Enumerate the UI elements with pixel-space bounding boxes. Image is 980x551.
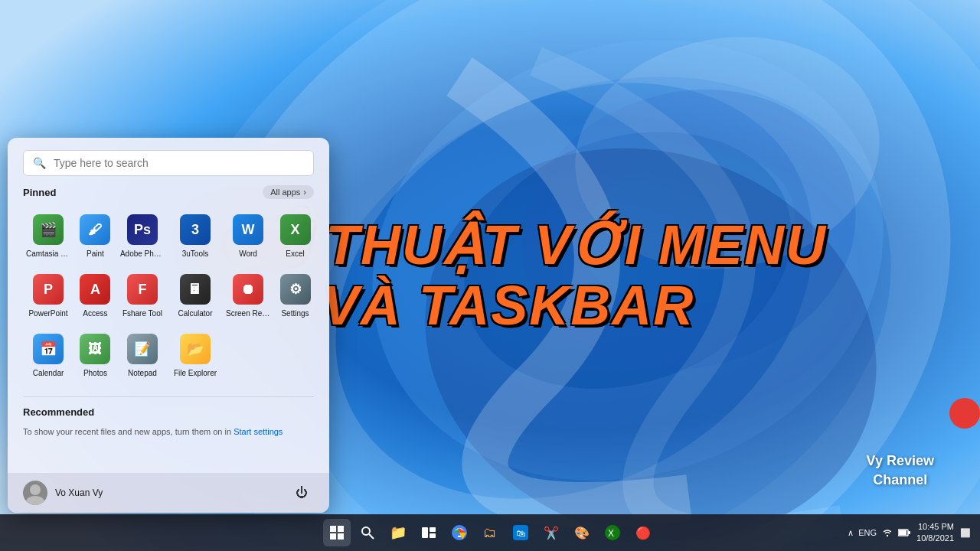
recommended-section-header: Recommended — [23, 406, 314, 418]
wifi-icon — [881, 528, 893, 537]
app-item-calendar[interactable]: 📅Calendar — [23, 328, 74, 384]
taskbar-file-explorer-button[interactable]: 📁 — [384, 519, 412, 546]
notification-button[interactable]: ⬜ — [960, 528, 971, 538]
search-bar[interactable]: 🔍 — [23, 150, 314, 176]
search-icon: 🔍 — [33, 157, 46, 169]
pinned-section-header: Pinned All apps › — [23, 185, 314, 199]
app-icon-screenrecorder: ⏺ — [233, 274, 263, 305]
system-clock[interactable]: 10:45 PM 10/8/2021 — [916, 521, 954, 545]
app-name-word: Word — [239, 249, 257, 259]
power-button[interactable]: ⏻ — [289, 481, 314, 505]
svg-rect-15 — [422, 527, 428, 538]
app-item-notepad[interactable]: 📝Notepad — [117, 328, 168, 384]
user-avatar — [23, 481, 47, 505]
svg-point-7 — [30, 484, 41, 495]
app-name-settings: Settings — [281, 309, 309, 318]
app-item-3utools[interactable]: 33uTools — [171, 208, 220, 265]
app-item-excel[interactable]: XExcel — [276, 208, 314, 265]
recommended-label: Recommended — [23, 406, 94, 418]
pinned-apps-grid: 🎬Camtasia 2019🖌PaintPsAdobe Photoshop CS… — [23, 208, 314, 384]
clock-date: 10/8/2021 — [916, 533, 954, 544]
svg-line-14 — [369, 534, 374, 539]
app-name-photos: Photos — [83, 369, 107, 378]
taskbar-snap-layout-button[interactable] — [415, 519, 443, 546]
chevron-right-icon: › — [303, 187, 306, 197]
app-icon-powerpoint: P — [33, 274, 64, 305]
all-apps-button[interactable]: All apps › — [263, 185, 314, 199]
recommended-desc-text: To show your recent files and new apps, … — [23, 427, 231, 436]
app-name-3utools: 3uTools — [182, 249, 208, 259]
taskbar-store-button[interactable]: 🛍 — [507, 519, 534, 546]
app-item-photoshop[interactable]: PsAdobe Photoshop CS6... — [117, 208, 168, 265]
power-icon: ⏻ — [296, 486, 308, 500]
app-item-fshare[interactable]: FFshare Tool — [117, 268, 168, 324]
taskbar-chrome-button[interactable] — [446, 519, 473, 546]
app-name-screenrecorder: Screen Recorder — [226, 309, 270, 318]
svg-text:X: X — [608, 528, 614, 539]
show-hidden-icons[interactable]: ∧ — [848, 528, 854, 538]
app-icon-photoshop: Ps — [127, 214, 158, 245]
app-icon-fileexplorer: 📂 — [180, 334, 211, 364]
app-icon-camtasia: 🎬 — [33, 214, 64, 245]
taskbar-xbox-button[interactable]: X — [599, 519, 626, 546]
taskbar-snip-button[interactable]: ✂️ — [537, 519, 565, 546]
search-input[interactable] — [54, 157, 304, 169]
recommended-description: To show your recent files and new apps, … — [23, 427, 314, 436]
svg-rect-16 — [430, 527, 436, 532]
app-item-fileexplorer[interactable]: 📂File Explorer — [171, 328, 220, 384]
app-item-screenrecorder[interactable]: ⏺Screen Recorder — [223, 268, 273, 324]
user-name: Vo Xuan Vy — [55, 487, 103, 498]
app-item-camtasia[interactable]: 🎬Camtasia 2019 — [23, 208, 74, 265]
user-profile[interactable]: Vo Xuan Vy — [23, 481, 103, 505]
recommended-section: Recommended To show your recent files an… — [8, 406, 329, 436]
app-icon-settings: ⚙ — [280, 274, 311, 305]
svg-point-13 — [362, 527, 370, 535]
app-name-calculator: Calculator — [178, 309, 212, 318]
svg-rect-17 — [430, 533, 436, 538]
start-menu: 🔍 Pinned All apps › 🎬Camtasia 2019🖌Paint… — [8, 138, 329, 513]
app-icon-notepad: 📝 — [127, 334, 158, 364]
taskbar-files-button[interactable]: 🗂 — [476, 519, 504, 546]
app-item-photos[interactable]: 🖼Photos — [77, 328, 114, 384]
app-name-camtasia: Camtasia 2019 — [26, 249, 70, 259]
system-tray-icons: ∧ ENG — [848, 528, 910, 538]
svg-text:🛍: 🛍 — [516, 528, 525, 539]
app-icon-paint: 🖌 — [80, 214, 110, 245]
app-icon-photos: 🖼 — [80, 334, 110, 364]
channel-name-line1: Vy Review — [867, 452, 934, 471]
app-name-notepad: Notepad — [128, 369, 157, 378]
app-icon-word: W — [233, 214, 263, 245]
divider — [23, 396, 314, 397]
app-name-excel: Excel — [286, 249, 304, 259]
svg-rect-11 — [330, 533, 336, 540]
svg-rect-26 — [908, 531, 910, 534]
taskbar-start-button[interactable] — [323, 519, 351, 546]
app-item-paint[interactable]: 🖌Paint — [77, 208, 114, 265]
svg-rect-9 — [330, 526, 336, 532]
all-apps-label: All apps — [270, 187, 300, 197]
app-name-paint: Paint — [87, 249, 104, 259]
app-name-calendar: Calendar — [33, 369, 64, 378]
svg-rect-27 — [899, 530, 906, 535]
taskbar: 📁 🗂 🛍 — [0, 514, 980, 551]
battery-icon — [898, 528, 910, 537]
start-settings-link[interactable]: Start settings — [234, 427, 283, 436]
app-item-settings[interactable]: ⚙Settings — [276, 268, 314, 324]
app-icon-access: A — [80, 274, 110, 305]
svg-rect-10 — [338, 526, 344, 532]
language-indicator[interactable]: ENG — [858, 528, 877, 537]
taskbar-search-button[interactable] — [354, 519, 381, 546]
taskbar-extra-button[interactable]: 🔴 — [629, 519, 657, 546]
taskbar-paint-button[interactable]: 🎨 — [568, 519, 596, 546]
svg-point-8 — [26, 496, 44, 505]
app-item-access[interactable]: AAccess — [77, 268, 114, 324]
app-name-fileexplorer: File Explorer — [174, 369, 217, 378]
app-item-word[interactable]: WWord — [223, 208, 273, 265]
app-name-fshare: Fshare Tool — [122, 309, 162, 318]
channel-watermark: Vy Review Channel — [867, 452, 934, 490]
app-icon-fshare: F — [127, 274, 158, 305]
app-icon-excel: X — [280, 214, 311, 245]
app-item-calculator[interactable]: 🖩Calculator — [171, 268, 220, 324]
app-item-powerpoint[interactable]: PPowerPoint — [23, 268, 74, 324]
app-name-powerpoint: PowerPoint — [28, 309, 67, 318]
